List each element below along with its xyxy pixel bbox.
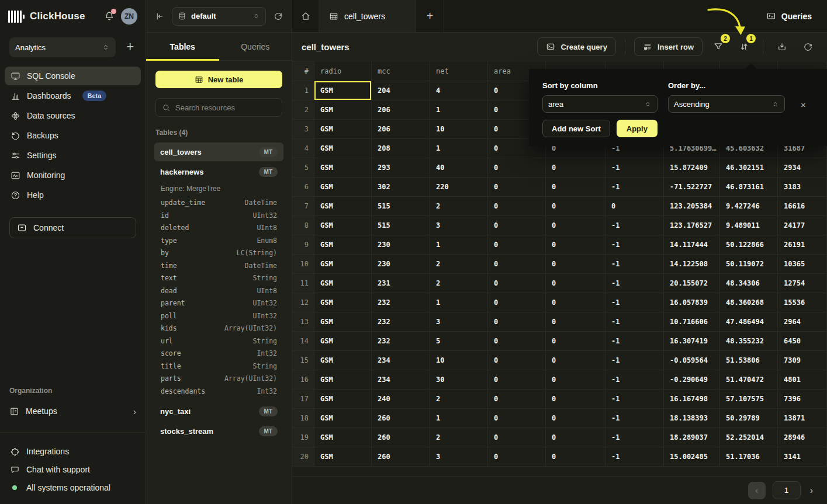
avatar[interactable]: ZN [121,8,137,25]
refresh-panel-icon[interactable] [274,12,283,21]
table-cell[interactable]: -1 [605,255,664,274]
new-table-button[interactable]: New table [155,71,282,88]
table-cell[interactable]: 2 [430,197,488,216]
table-cell[interactable]: 9.489011 [720,216,778,235]
apply-sort-button[interactable]: Apply [617,120,658,137]
sidebar-item-backups[interactable]: Backups [5,126,141,145]
table-cell[interactable]: -1 [605,293,664,312]
table-cell[interactable]: GSM [314,428,372,447]
table-cell[interactable]: GSM [314,312,372,332]
table-cell[interactable]: 4801 [778,370,827,390]
table-cell[interactable]: 260 [372,409,430,428]
table-cell[interactable]: 0 [488,255,546,274]
table-cell[interactable]: 0 [546,255,605,274]
table-cell[interactable]: 1 [430,409,488,428]
table-item-hackernews[interactable]: hackernewsMT [154,162,283,181]
create-query-button[interactable]: Create query [537,37,615,56]
table-cell[interactable]: 232 [372,332,430,351]
table-cell[interactable]: -1 [605,447,664,467]
table-cell[interactable]: 15.872409 [664,158,720,178]
table-cell[interactable]: 0 [546,158,605,178]
table-cell[interactable]: 0 [488,216,546,235]
table-cell[interactable]: -1 [605,390,664,409]
table-cell[interactable]: 0 [546,274,605,293]
table-cell[interactable]: 230 [372,255,430,274]
sidebar-item-sql-console[interactable]: SQL Console [5,67,141,85]
table-cell[interactable]: GSM [314,274,372,293]
table-cell[interactable]: 16.057839 [664,293,720,312]
table-cell[interactable]: -1 [605,332,664,351]
table-cell[interactable]: 0 [488,428,546,447]
table-cell[interactable]: 0 [546,447,605,467]
table-cell[interactable]: 231 [372,274,430,293]
table-cell[interactable]: 0 [546,235,605,255]
table-cell[interactable]: 16.167498 [664,390,720,409]
column-header[interactable]: net [430,61,488,81]
table-cell[interactable]: 2 [430,428,488,447]
table-cell[interactable]: 0 [488,178,546,197]
table-cell[interactable]: 3183 [778,178,827,197]
column-header[interactable]: radio [314,61,372,81]
queries-button[interactable]: Queries [766,0,827,32]
table-cell[interactable]: -1 [605,409,664,428]
table-cell[interactable]: GSM [314,197,372,216]
table-cell[interactable]: 48.355232 [720,332,778,351]
table-cell[interactable]: 7396 [778,390,827,409]
table-cell[interactable]: -1 [605,428,664,447]
table-cell[interactable]: -1 [605,235,664,255]
table-item-cell_towers[interactable]: cell_towersMT [154,142,283,161]
sort-column-select[interactable]: area [542,95,658,113]
table-cell[interactable]: -1 [605,158,664,178]
table-cell[interactable]: 515 [372,197,430,216]
sort-order-select[interactable]: Ascending [668,95,785,113]
table-cell[interactable]: -0.059564 [664,351,720,370]
table-cell[interactable]: 0 [546,332,605,351]
table-cell[interactable]: 18.289037 [664,428,720,447]
table-cell[interactable]: -1 [605,274,664,293]
table-cell[interactable]: 10 [430,351,488,370]
search-input[interactable] [175,103,278,112]
table-cell[interactable]: 26191 [778,235,827,255]
table-cell[interactable]: 10365 [778,255,827,274]
table-cell[interactable]: 293 [372,158,430,178]
table-cell[interactable]: 1 [430,100,488,120]
table-cell[interactable]: 206 [372,100,430,120]
table-cell[interactable]: -71.522727 [664,178,720,197]
table-cell[interactable]: 48.360268 [720,293,778,312]
table-cell[interactable]: 24177 [778,216,827,235]
table-cell[interactable]: GSM [314,332,372,351]
add-workspace-button[interactable]: + [124,40,136,54]
table-cell[interactable]: GSM [314,409,372,428]
table-cell[interactable]: GSM [314,370,372,390]
new-tab-button[interactable]: + [416,0,444,32]
table-cell[interactable]: 50.122866 [720,235,778,255]
table-cell[interactable]: 16.307419 [664,332,720,351]
sidebar-item-dashboards[interactable]: DashboardsBeta [5,86,141,105]
table-cell[interactable]: 18.138393 [664,409,720,428]
sidebar-item-meetups[interactable]: Meetups › [9,402,136,420]
table-cell[interactable]: GSM [314,255,372,274]
current-page[interactable]: 1 [773,481,801,499]
sort-button[interactable]: 1 [734,37,754,56]
table-item-stocks_stream[interactable]: stocks_streamMT [154,422,283,441]
table-cell[interactable]: 14.117444 [664,235,720,255]
table-cell[interactable]: 9.427246 [720,197,778,216]
table-cell[interactable]: 47.486494 [720,312,778,332]
table-cell[interactable]: 3141 [778,447,827,467]
table-cell[interactable]: 123.176527 [664,216,720,235]
table-cell[interactable]: -1 [605,351,664,370]
table-cell[interactable]: 15536 [778,293,827,312]
table-cell[interactable]: GSM [314,158,372,178]
table-cell[interactable]: 2 [430,390,488,409]
table-cell[interactable]: 515 [372,216,430,235]
table-cell[interactable]: 15.002485 [664,447,720,467]
table-cell[interactable]: 48.34306 [720,274,778,293]
main-tab-cell-towers[interactable]: cell_towers [319,0,416,32]
sidebar-item-help[interactable]: Help [5,186,141,204]
table-cell[interactable]: 20.155072 [664,274,720,293]
insert-row-button[interactable]: Insert row [634,37,703,56]
table-cell[interactable]: 2934 [778,158,827,178]
table-cell[interactable]: 0 [546,390,605,409]
table-cell[interactable]: 5 [430,332,488,351]
table-cell[interactable]: 232 [372,293,430,312]
